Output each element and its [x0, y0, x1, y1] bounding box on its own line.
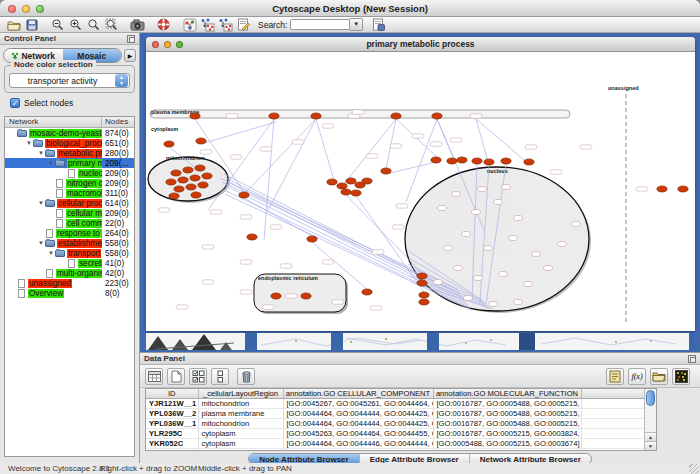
- tree-row[interactable]: ▼transport558(0): [5, 248, 134, 258]
- vertical-scrollbar[interactable]: ▲ ▼: [644, 389, 656, 450]
- network-node[interactable]: [166, 179, 176, 185]
- search-dropdown-button[interactable]: ▼: [350, 18, 363, 31]
- network-node[interactable]: [457, 157, 467, 163]
- nucleus-node[interactable]: [434, 280, 443, 285]
- tree-row[interactable]: ▼primary metabol209(...: [5, 158, 134, 168]
- attr-column-header[interactable]: annotation.GO MOLECULAR_FUNCTION: [433, 389, 581, 399]
- save-session-icon[interactable]: [371, 18, 386, 32]
- network-node[interactable]: [239, 192, 249, 198]
- nucleus-node[interactable]: [444, 246, 453, 251]
- network-node-label[interactable]: [392, 225, 404, 229]
- tree-expander-icon[interactable]: ▼: [37, 149, 45, 157]
- network-node[interactable]: [271, 293, 281, 299]
- network-node-label[interactable]: [450, 138, 462, 142]
- network-node-label[interactable]: [396, 204, 408, 208]
- nucleus-node[interactable]: [572, 222, 581, 227]
- network-node[interactable]: [307, 236, 317, 242]
- zoom-selected-icon[interactable]: [104, 18, 119, 32]
- tree-expander-icon[interactable]: ▼: [37, 199, 45, 207]
- attr-column-header[interactable]: [581, 389, 646, 399]
- attr-table-row[interactable]: YDR039C__1mitochondrion[GO:0044464, GO:0…: [146, 449, 646, 452]
- tree-row[interactable]: mosaic-demo-yeast874(0): [5, 128, 134, 138]
- network-node[interactable]: [484, 159, 494, 165]
- network-overview-icon[interactable]: [182, 18, 197, 32]
- tree-row[interactable]: ▼cellular process614(0): [5, 198, 134, 208]
- tree-row[interactable]: secretion41(0): [5, 258, 134, 268]
- snapshot-camera-icon[interactable]: [130, 18, 145, 32]
- network-node[interactable]: [419, 299, 429, 305]
- network-node-label[interactable]: [202, 245, 214, 249]
- network-node-label[interactable]: [525, 145, 537, 149]
- attribute-table[interactable]: ID_cellularLayoutRegionannotation.GO CEL…: [146, 389, 647, 451]
- network-node-label[interactable]: [322, 260, 334, 264]
- nucleus-node[interactable]: [462, 232, 471, 237]
- network-node-label[interactable]: [240, 260, 252, 264]
- unselect-attributes-icon[interactable]: [211, 368, 229, 385]
- scroll-down-button[interactable]: ▼: [645, 441, 656, 450]
- network-node[interactable]: [381, 168, 391, 174]
- nucleus-node[interactable]: [499, 272, 508, 277]
- zoom-in-icon[interactable]: [68, 18, 83, 32]
- nucleus-node[interactable]: [438, 206, 447, 211]
- nucleus-node[interactable]: [494, 200, 503, 205]
- nucleus-node[interactable]: [478, 187, 487, 192]
- tree-expander-icon[interactable]: ▼: [47, 159, 55, 167]
- attr-column-header[interactable]: _cellularLayoutRegion: [198, 389, 283, 399]
- network-node[interactable]: [391, 113, 401, 119]
- network-node-label[interactable]: [292, 140, 304, 144]
- nucleus-node[interactable]: [474, 276, 483, 281]
- nucleus-node[interactable]: [489, 302, 498, 307]
- column-nodes[interactable]: Nodes: [102, 117, 134, 127]
- attr-table-row[interactable]: YKR052Ccytoplasm[GO:0044464, GO:0044446,…: [146, 439, 646, 449]
- nucleus-node[interactable]: [532, 252, 541, 257]
- network-node[interactable]: [419, 292, 429, 298]
- network-node[interactable]: [362, 178, 372, 184]
- network-node[interactable]: [501, 158, 511, 164]
- save-icon[interactable]: [24, 18, 39, 32]
- network-node-label[interactable]: [430, 142, 442, 146]
- tree-row[interactable]: multi-organism pro42(0): [5, 268, 134, 278]
- tree-row[interactable]: cell communicat22(0): [5, 218, 134, 228]
- network-node[interactable]: [417, 273, 427, 279]
- nucleus-node[interactable]: [509, 236, 518, 241]
- attr-table-row[interactable]: YLR295Ccytoplasm[GO:0045263, GO:0044464,…: [146, 429, 646, 439]
- network-node[interactable]: [198, 182, 208, 188]
- attr-table-row[interactable]: YJR121W__1mitochondrion[GO:0045267, GO:0…: [146, 399, 646, 409]
- apply-layout-b-icon[interactable]: [218, 18, 233, 32]
- network-node-label[interactable]: [230, 155, 242, 159]
- nucleus-node[interactable]: [454, 266, 463, 271]
- network-node[interactable]: [351, 190, 361, 196]
- tree-row[interactable]: ▼metabolic process280(0): [5, 148, 134, 158]
- network-node[interactable]: [337, 183, 347, 189]
- network-node[interactable]: [678, 186, 688, 192]
- scrollbar-thumb[interactable]: [646, 390, 655, 406]
- network-node-label[interactable]: [372, 250, 384, 254]
- network-node-label[interactable]: [262, 305, 274, 309]
- network-node[interactable]: [174, 186, 184, 192]
- network-node-label[interactable]: [210, 210, 222, 214]
- network-node-label[interactable]: [200, 150, 212, 154]
- network-node-label[interactable]: [580, 145, 592, 149]
- select-attributes-icon[interactable]: [189, 368, 207, 385]
- nucleus-node[interactable]: [484, 246, 493, 251]
- search-input[interactable]: [290, 19, 350, 30]
- open-folder-icon[interactable]: [6, 18, 21, 32]
- tree-row[interactable]: macromolecule311(0): [5, 188, 134, 198]
- background-windows[interactable]: [146, 333, 695, 350]
- attr-column-header[interactable]: annotation.GO CELLULAR_COMPONENT: [283, 389, 433, 399]
- notes-icon[interactable]: [606, 368, 624, 385]
- resize-grip[interactable]: [689, 464, 699, 474]
- network-node[interactable]: [341, 189, 351, 195]
- network-node[interactable]: [183, 167, 193, 173]
- attr-table-row[interactable]: YPL036W__2plasma membrane[GO:0044464, GO…: [146, 409, 646, 419]
- apply-layout-a-icon[interactable]: [200, 18, 215, 32]
- network-node[interactable]: [195, 165, 205, 171]
- network-node-label[interactable]: [260, 147, 272, 151]
- matrix-view-icon[interactable]: [672, 368, 690, 385]
- network-node[interactable]: [524, 159, 534, 165]
- tree-row[interactable]: nitrogen compo209(0): [5, 178, 134, 188]
- network-node[interactable]: [247, 234, 257, 240]
- tab-scroll-right-button[interactable]: ▶: [124, 49, 136, 62]
- network-node[interactable]: [178, 177, 188, 183]
- network-node-label[interactable]: [348, 114, 360, 118]
